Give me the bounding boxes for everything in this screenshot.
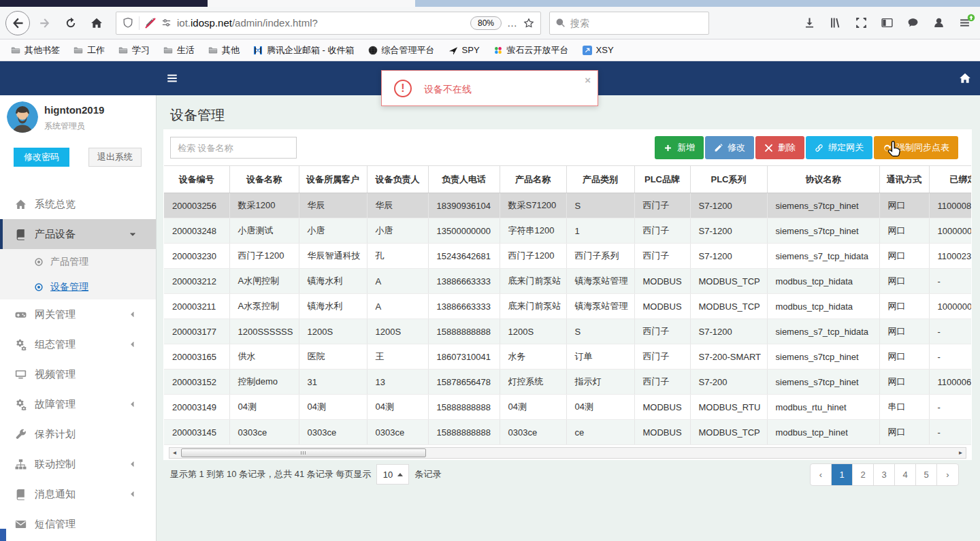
column-header[interactable]: 通讯方式 [879,166,929,193]
table-row[interactable]: 200003256数采1200华辰华辰18390936104数采S71200S西… [164,193,971,218]
browser-search-input[interactable] [570,18,703,29]
edit-button[interactable]: 修改 [705,136,754,159]
bookmark-label: 其他 [222,44,240,56]
permissions-icon[interactable] [161,18,172,28]
avatar[interactable] [7,101,38,133]
sidebar-item-产品管理[interactable]: 产品管理 [0,249,156,274]
column-header[interactable]: 设备编号 [164,166,229,193]
table-row[interactable]: 20000314904测04测04测1588888888804测04测MODBU… [164,395,971,420]
bookmark-item[interactable]: 综合管理平台 [363,42,440,59]
column-header[interactable]: 设备所属客户 [299,166,367,193]
device-search-input[interactable] [170,137,297,159]
change-password-button[interactable]: 修改密码 [14,148,69,167]
forward-button[interactable] [34,12,56,34]
alert-close-icon[interactable]: × [585,74,591,86]
column-header[interactable]: 已绑定网关 [929,166,971,193]
reload-button[interactable] [60,12,82,34]
page-button-1[interactable]: 1 [832,464,853,485]
page-button-3[interactable]: 3 [874,464,895,485]
delete-button[interactable]: 删除 [755,136,804,159]
table-cell: - [929,420,971,445]
menu-button[interactable] [959,17,970,29]
page-next-button[interactable]: › [937,464,958,485]
table-row[interactable]: 200003152控制demo311315878656478灯控系统指示灯西门子… [164,370,971,395]
column-header[interactable]: 负责人电话 [428,166,500,193]
sidebar-item-组态管理[interactable]: 组态管理 [0,329,156,359]
table-cell: 小唐 [367,218,428,244]
page-size-select[interactable]: 10 [376,464,409,485]
library-button[interactable] [830,17,841,29]
table-row[interactable]: 200003248小唐测试小唐小唐13500000000字符串12001西门子S… [164,218,971,244]
table-row[interactable]: 2000031450303ce0303ce0303ce1588888888803… [164,420,971,445]
bind-gateway-button[interactable]: 绑定网关 [806,136,872,159]
bookmark-item[interactable]: 腾讯企业邮箱 - 收件箱 [248,42,360,59]
table-cell: 灯控系统 [500,370,566,395]
sidebar-toggle-button[interactable] [166,72,178,84]
pencil-blocked-icon[interactable] [145,18,156,29]
sidebar-item-保养计划[interactable]: 保养计划 [0,419,156,449]
table-cell: 网口 [879,420,929,445]
table-cell: S7-200-SMART [690,344,767,370]
summary-text: 显示第 1 到第 10 条记录，总共 41 条记录 每页显示 [170,468,371,480]
sidebar-item-故障管理[interactable]: 故障管理 [0,389,156,419]
bookmark-item[interactable]: SPY [443,43,485,57]
column-header[interactable]: PLC系列 [690,166,767,193]
column-header[interactable]: 产品名称 [500,166,566,193]
page-button-2[interactable]: 2 [853,464,874,485]
pocket-button[interactable] [907,17,919,29]
column-header[interactable]: 设备名称 [229,166,299,193]
browser-search-box[interactable] [549,12,709,35]
bookmark-star-icon[interactable] [523,18,534,29]
app-home-icon[interactable] [959,72,971,84]
scroll-left-button[interactable]: ◄ [169,448,180,458]
bookmark-item[interactable]: 生活 [158,42,200,59]
bookmark-item[interactable]: 萤石云开放平台 [488,42,574,59]
sidebar-item-短信管理[interactable]: 短信管理 [0,509,156,539]
bookmark-item[interactable]: 工作 [68,42,110,59]
column-header[interactable]: 协议名称 [767,166,879,193]
add-button[interactable]: 新增 [655,136,704,159]
sidebar-item-视频管理[interactable]: 视频管理 [0,359,156,389]
shield-icon[interactable] [122,17,133,29]
page-prev-button[interactable]: ‹ [811,464,832,485]
sidebar-item-消息通知[interactable]: 消息通知 [0,479,156,509]
tabstrip-active-tab[interactable] [208,0,415,7]
sidebar-item-产品设备[interactable]: 产品设备 [0,219,156,249]
url-bar[interactable]: iot.idosp.net/admin/index.html? 80% … [116,12,541,35]
force-sync-points-button[interactable]: 强制同步点表 [874,136,958,159]
column-header[interactable]: 产品类别 [566,166,634,193]
bookmark-item[interactable]: 其他书签 [5,42,65,59]
table-row[interactable]: 200003230西门子1200华辰智通科技孔15243642681西门子120… [164,244,971,269]
page-actions-button[interactable]: … [507,17,518,29]
screenshot-button[interactable] [855,17,867,29]
table-row[interactable]: 200003212A水闸控制镇海水利A13886663333底来门前泵站镇海泵站… [164,269,971,294]
page-button-4[interactable]: 4 [895,464,916,485]
table-cell: 04测 [566,395,634,420]
table-cell: 网口 [879,319,929,344]
bookmark-item[interactable]: 学习 [113,42,155,59]
sidebar-item-设备管理[interactable]: 设备管理 [0,274,156,299]
table-row[interactable]: 2000031771200SSSSSS1200S1200S15888888888… [164,319,971,344]
sidebar-item-网关管理[interactable]: 网关管理 [0,299,156,329]
scrollbar-thumb[interactable] [181,448,426,457]
logout-button[interactable]: 退出系统 [88,148,142,167]
sidebar-item-系统总览[interactable]: 系统总览 [0,189,156,219]
sidebar-item-联动控制[interactable]: 联动控制 [0,449,156,479]
download-button[interactable] [804,17,815,29]
table-row[interactable]: 200003211A水泵控制镇海水利A13886663333底来门前泵站镇海泵站… [164,294,971,319]
sidebar-button[interactable] [881,17,893,29]
account-button[interactable] [933,17,945,29]
home-button[interactable] [86,12,108,34]
bookmark-item[interactable]: 其他 [203,42,245,59]
table-cell: A [367,294,428,319]
zoom-reset-button[interactable]: 80% [470,16,502,30]
column-header[interactable]: PLC品牌 [634,166,690,193]
table-row[interactable]: 200003165供水医院王18607310041水务订单西门子S7-200-S… [164,344,971,370]
back-button[interactable] [5,11,30,35]
horizontal-scrollbar[interactable]: ◄ ► [169,447,966,459]
bookmark-item[interactable]: XSY [577,43,619,57]
scroll-right-button[interactable]: ► [956,448,966,458]
bookmark-label: 综合管理平台 [382,44,435,56]
column-header[interactable]: 设备负责人 [367,166,428,193]
page-button-5[interactable]: 5 [916,464,937,485]
